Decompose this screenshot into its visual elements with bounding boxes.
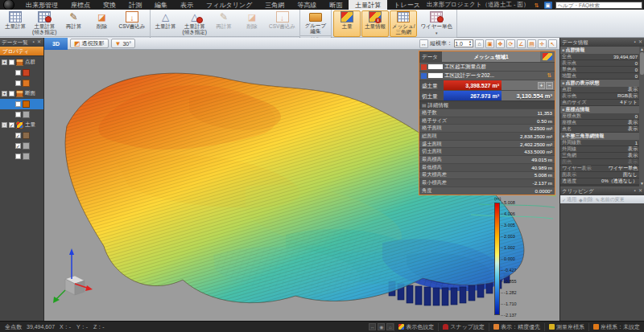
ribbon-button[interactable]: グループ 編集 [302,10,329,35]
tree-item[interactable]: -✓土量 [0,120,43,130]
menu-tab[interactable]: 計測 [122,0,148,10]
viewport-3d[interactable]: (m) 5.0084.0063.0052.0031.0020.000-0.427… [44,50,559,321]
pin-icon[interactable]: ▪ [632,38,638,47]
tree-item[interactable]: +✓ [0,130,43,141]
tree-item[interactable]: + [0,78,43,88]
visibility-checkbox[interactable] [15,101,21,107]
info-row[interactable]: 透過度0%（透過なし） [560,178,639,185]
rotate-tool-icon[interactable]: ⟳ [506,39,515,48]
visibility-checkbox[interactable] [9,91,14,96]
source-row-ground[interactable]: 工区起工測量点群 [419,62,555,71]
tree-item[interactable]: + [0,109,43,120]
status-item[interactable]: 表示：精度優先 [489,323,544,331]
visibility-checkbox[interactable]: ✓ [9,122,14,128]
menu-tab[interactable]: 断面 [323,0,349,10]
select-tool-icon[interactable]: ✛ [538,39,547,48]
menu-tab[interactable]: 三角網 [258,0,291,10]
help-search-input[interactable] [555,2,642,9]
info-row[interactable]: 点のサイズ4ドット [560,100,639,106]
menu-tab[interactable]: フィルタリング [200,0,258,10]
volume-icon[interactable] [540,51,555,62]
ribbon-button[interactable]: メッシュ/ 三角網 [390,10,417,37]
menu-tab[interactable]: 等高線 [291,0,323,10]
scroll-down-icon[interactable]: ▼ [640,181,644,186]
visibility-checkbox[interactable] [9,59,14,65]
tree-item[interactable]: + [0,68,43,78]
section-tool-icon[interactable]: ▤ [527,39,536,48]
mesh-region-title[interactable]: メッシュ領域1 [442,51,540,62]
menu-tab[interactable]: 表示 [174,0,200,10]
measure-tool-icon[interactable]: ∠ [517,39,526,48]
ribbon-button-label: 土量 [342,23,353,29]
orbit-icon[interactable]: ◉ [378,323,385,330]
tree-item[interactable]: + [0,151,43,162]
visibility-checkbox[interactable]: ✓ [15,143,21,149]
visibility-checkbox[interactable] [15,154,21,159]
ribbon-button[interactable]: ワイヤー単色 [418,10,454,37]
angle-button[interactable]: ▼30° [111,39,136,48]
ribbon-button[interactable]: 土量計算 (傾き指定) [30,10,59,36]
pin-icon[interactable]: ▪ [632,186,638,195]
zoom-out-button[interactable]: − [546,82,553,89]
menu-tab[interactable]: トレース [387,0,427,10]
status-item[interactable]: 表示色設定 [394,323,438,331]
menu-tab[interactable]: 出来形管理 [19,0,64,10]
info-scrollbar[interactable]: ▲ ▼ [639,47,644,186]
tree-item[interactable]: + [0,99,43,109]
expander-icon[interactable]: + [2,59,7,65]
detail-label: 格子面積 [422,125,530,132]
pan-tool-icon[interactable]: ✥ [496,39,505,48]
notification-icon[interactable]: ⇅ [533,2,541,9]
ribbon-button[interactable]: 再計算 [60,10,87,36]
cloud-icon[interactable]: ▣ [544,2,552,9]
zoom-fit-icon[interactable]: ▣ [485,39,494,48]
visibility-checkbox[interactable] [15,112,21,117]
status-item[interactable]: 座標系：未設定 [588,323,644,331]
tree-item[interactable]: +断面 [0,88,43,99]
ribbon-button[interactable]: 土量計算 [2,10,29,36]
close-icon[interactable]: ✕ [638,186,643,195]
aspect-icon[interactable]: ↔ [419,39,428,48]
status-item[interactable]: スナップ設定 [438,323,489,331]
menu-tab[interactable]: 土量計算 [349,0,387,10]
tree-item[interactable]: +✓ [0,141,43,151]
ribbon-button[interactable]: 土量計算 (傾き指定) [180,10,209,36]
close-icon[interactable]: ✕ [638,38,643,47]
swap-sources-icon[interactable]: ⇅ [546,72,553,79]
menu-tab[interactable]: 変換 [97,0,122,10]
vol-icon [341,11,353,23]
aspect-ratio-input[interactable]: 1.0▲▼ [454,39,473,47]
source-row-design[interactable]: 工区設計データ202... ⇅ [419,71,555,80]
data-list-toolbar[interactable]: プロパティ [0,47,43,56]
tree-item[interactable]: +点群 [0,57,43,68]
visibility-checkbox[interactable]: ✓ [15,133,21,138]
pick-tool-icon[interactable]: ↖ [548,39,557,48]
axis-gizmo[interactable] [51,247,93,306]
scroll-thumb[interactable] [640,52,644,75]
tab-3d[interactable]: 3D [44,38,68,50]
menu-tab[interactable]: 編集 [148,0,174,10]
ribbon-button-label: 削除 [97,23,107,29]
ribbon-button[interactable]: 土量情報 [361,10,389,37]
visibility-checkbox[interactable] [15,80,21,86]
visibility-checkbox[interactable] [15,70,21,76]
projection-button[interactable]: ◩透視投影 [70,39,109,48]
zoom-in-button[interactable]: + [538,82,545,89]
ribbon-button[interactable]: 土量 [333,10,361,37]
ribbon-button[interactable]: 土量計算 [152,10,180,36]
info-row[interactable]: 地盤点0 [560,73,639,80]
close-icon[interactable]: ✕ [36,38,42,47]
undo-view-icon[interactable]: ↔ [369,323,376,330]
expander-icon[interactable]: - [2,122,7,128]
ribbon-button[interactable]: 削除 [88,10,115,36]
info-row[interactable]: 点名表示 [560,126,639,133]
menu-tab[interactable]: 座標点 [64,0,97,10]
pin-icon[interactable]: ▪ [31,38,36,47]
home-icon[interactable]: ⌂ [386,323,394,330]
ribbon-button[interactable]: CSV書込み [116,10,147,36]
expander-icon[interactable]: + [2,91,7,96]
home-view-icon[interactable]: ⌂ [475,39,484,48]
status-item[interactable]: 測量座標系 [544,323,588,331]
scroll-up-icon[interactable]: ▲ [640,47,644,52]
eraser-icon [246,11,258,23]
